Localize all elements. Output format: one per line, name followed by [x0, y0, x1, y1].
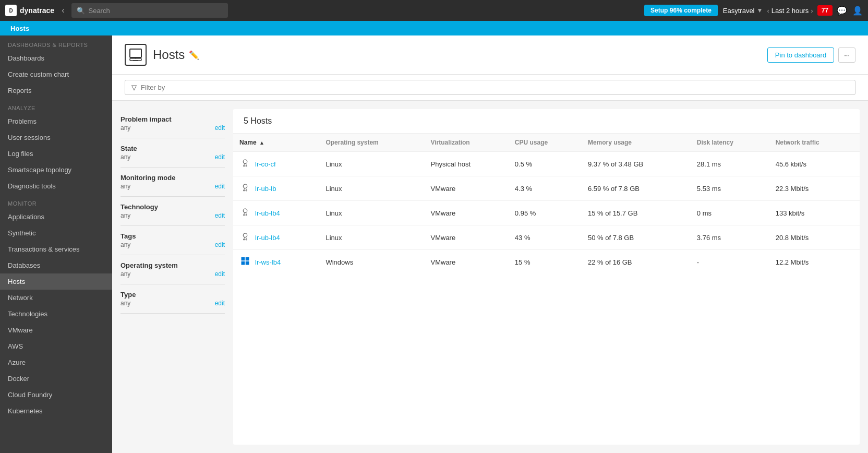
- top-nav: D dynatrace ‹ 🔍 Setup 96% complete Easyt…: [0, 0, 868, 21]
- filter-problem-impact: Problem impact any edit: [120, 109, 225, 138]
- col-virt[interactable]: Virtualization: [425, 134, 509, 152]
- sidebar-item-create-custom-chart[interactable]: Create custom chart: [0, 66, 112, 82]
- sidebar-item-network[interactable]: Network: [0, 290, 112, 306]
- search-input[interactable]: [88, 7, 223, 15]
- svg-point-19: [243, 233, 247, 237]
- svg-point-10: [243, 190, 245, 191]
- edit-pencil-icon[interactable]: ✏️: [189, 50, 199, 60]
- table-row: lr-ws-lb4 Windows VMware 15 % 22 % of 16…: [233, 250, 860, 275]
- sidebar-item-azure[interactable]: Azure: [0, 354, 112, 371]
- filter-state: State any edit: [120, 138, 225, 168]
- svg-line-13: [246, 188, 247, 190]
- edit-type[interactable]: edit: [215, 300, 225, 307]
- filter-operating-system: Operating system any edit: [120, 255, 225, 284]
- filter-icon: ▽: [131, 84, 137, 91]
- host-link-4[interactable]: lr-ws-lb4: [255, 258, 281, 266]
- cell-cpu-2: 0.95 %: [509, 201, 582, 225]
- svg-line-18: [246, 213, 247, 215]
- svg-line-12: [244, 188, 245, 190]
- svg-line-7: [244, 164, 245, 166]
- sidebar-item-diagnostic-tools[interactable]: Diagnostic tools: [0, 178, 112, 194]
- sidebar-item-dashboards[interactable]: Dashboards: [0, 50, 112, 66]
- pin-to-dashboard-button[interactable]: Pin to dashboard: [767, 47, 834, 63]
- svg-point-14: [243, 209, 247, 213]
- host-os-icon: [239, 158, 251, 170]
- col-net[interactable]: Network traffic: [769, 134, 860, 152]
- alert-badge[interactable]: 77: [817, 5, 833, 16]
- table-row: lr-ub-lb4 Linux VMware 0.95 % 15 % of 15…: [233, 201, 860, 225]
- sidebar-item-user-sessions[interactable]: User sessions: [0, 129, 112, 146]
- svg-rect-25: [246, 257, 249, 261]
- svg-line-8: [246, 164, 247, 166]
- more-options-button[interactable]: ···: [838, 47, 855, 63]
- filter-technology: Technology any edit: [120, 197, 225, 226]
- search-bar[interactable]: 🔍: [71, 3, 228, 18]
- cell-disk-2: 0 ms: [691, 201, 769, 225]
- svg-point-11: [246, 190, 247, 191]
- edit-monitoring-mode[interactable]: edit: [215, 183, 225, 190]
- sidebar-item-cloud-foundry[interactable]: Cloud Foundry: [0, 387, 112, 403]
- host-link-0[interactable]: lr-co-cf: [255, 160, 276, 168]
- svg-point-15: [243, 214, 245, 216]
- chat-icon[interactable]: 💬: [837, 6, 847, 16]
- sidebar-item-applications[interactable]: Applications: [0, 209, 112, 225]
- host-os-icon: [239, 207, 251, 219]
- sidebar-item-synthetic[interactable]: Synthetic: [0, 225, 112, 241]
- host-link-3[interactable]: lr-ub-lb4: [255, 234, 280, 242]
- sidebar-item-vmware[interactable]: VMware: [0, 322, 112, 338]
- user-icon[interactable]: 👤: [852, 6, 863, 16]
- sidebar-item-docker[interactable]: Docker: [0, 371, 112, 387]
- table-row: lr-ub-lb4 Linux VMware 43 % 50 % of 7.8 …: [233, 225, 860, 250]
- cell-disk-1: 5.53 ms: [691, 176, 769, 201]
- time-next-button[interactable]: ›: [811, 7, 813, 15]
- page-header: Hosts ✏️ Pin to dashboard ···: [112, 35, 868, 75]
- svg-line-17: [244, 213, 245, 215]
- sidebar-item-log-files[interactable]: Log files: [0, 146, 112, 162]
- col-os[interactable]: Operating system: [319, 134, 424, 152]
- edit-operating-system[interactable]: edit: [215, 270, 225, 278]
- cell-virt-2: VMware: [425, 201, 509, 225]
- col-cpu[interactable]: CPU usage: [509, 134, 582, 152]
- host-os-icon: [239, 232, 251, 243]
- sidebar-item-databases[interactable]: Databases: [0, 257, 112, 273]
- edit-problem-impact[interactable]: edit: [215, 124, 225, 132]
- filter-input[interactable]: [141, 84, 849, 91]
- filter-input-container[interactable]: ▽: [125, 80, 855, 95]
- host-link-2[interactable]: lr-ub-lb4: [255, 209, 280, 217]
- cell-name-2: lr-ub-lb4: [233, 201, 319, 225]
- sidebar-item-smartscape-topology[interactable]: Smartscape topology: [0, 162, 112, 178]
- svg-rect-26: [242, 261, 245, 265]
- col-disk[interactable]: Disk latency: [691, 134, 769, 152]
- col-name[interactable]: Name ▲: [233, 134, 319, 152]
- cell-cpu-0: 0.5 %: [509, 152, 582, 176]
- time-prev-button[interactable]: ‹: [767, 7, 769, 15]
- filter-icon[interactable]: ▼: [757, 7, 763, 14]
- sidebar-item-kubernetes[interactable]: Kubernetes: [0, 403, 112, 419]
- cell-net-4: 12.2 Mbit/s: [769, 250, 860, 275]
- sidebar-item-aws[interactable]: AWS: [0, 338, 112, 354]
- col-mem[interactable]: Memory usage: [582, 134, 691, 152]
- host-link-1[interactable]: lr-ub-lb: [255, 185, 276, 193]
- cell-name-4: lr-ws-lb4: [233, 250, 319, 275]
- nav-right: Easytravel ▼ ‹ Last 2 hours › 77 💬 👤: [723, 5, 863, 16]
- edit-technology[interactable]: edit: [215, 212, 225, 219]
- edit-state[interactable]: edit: [215, 153, 225, 161]
- sidebar-item-hosts[interactable]: Hosts: [0, 273, 112, 290]
- cell-os-3: Linux: [319, 225, 424, 250]
- svg-point-21: [246, 239, 247, 240]
- setup-badge[interactable]: Setup 96% complete: [644, 5, 718, 16]
- cell-os-2: Linux: [319, 201, 424, 225]
- logo-text: dynatrace: [20, 6, 54, 15]
- time-label: Last 2 hours: [771, 7, 809, 15]
- cell-cpu-4: 15 %: [509, 250, 582, 275]
- sidebar-item-technologies[interactable]: Technologies: [0, 306, 112, 322]
- edit-tags[interactable]: edit: [215, 241, 225, 248]
- table-row: lr-ub-lb Linux VMware 4.3 % 6.59 % of 7.…: [233, 176, 860, 201]
- back-button[interactable]: ‹: [59, 4, 66, 17]
- page-title: Hosts ✏️: [153, 47, 199, 62]
- cell-os-1: Linux: [319, 176, 424, 201]
- cell-virt-3: VMware: [425, 225, 509, 250]
- sidebar-item-reports[interactable]: Reports: [0, 82, 112, 99]
- sidebar-item-transactions-services[interactable]: Transactions & services: [0, 241, 112, 257]
- sidebar-item-problems[interactable]: Problems: [0, 113, 112, 129]
